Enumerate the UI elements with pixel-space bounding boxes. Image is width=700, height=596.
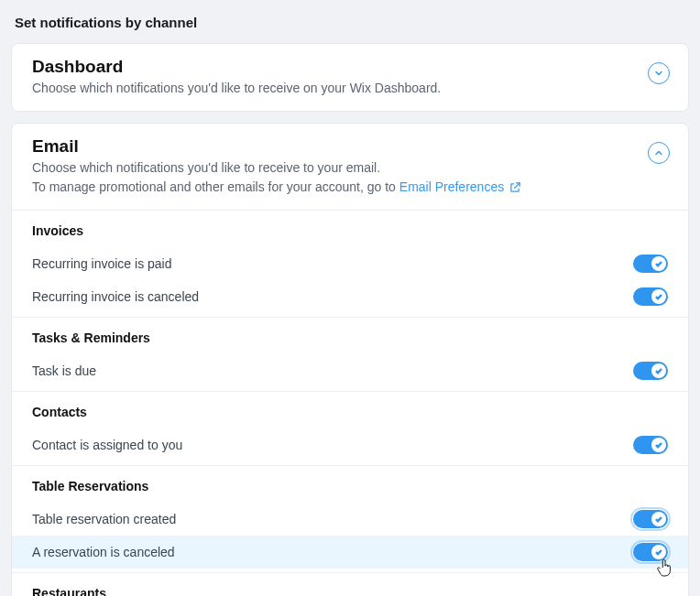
email-title: Email [32,136,648,157]
email-desc-line1: Choose which notifications you'd like to… [32,160,380,175]
check-icon [654,547,663,557]
page-title: Set notifications by channel [15,15,689,30]
toggle-recurring-invoice-paid[interactable] [633,255,668,273]
row-label: A reservation is canceled [32,545,175,559]
row-table-reservation-created: Table reservation created [12,503,688,536]
row-label: Contact is assigned to you [32,438,182,452]
toggle-reservation-canceled[interactable] [633,543,668,561]
section-title-tasks: Tasks & Reminders [32,331,668,345]
external-link-icon [509,181,521,193]
row-task-is-due: Task is due [12,354,688,387]
section-restaurants: Restaurants Manage Restaurants Notificat… [12,573,688,596]
row-label: Recurring invoice is paid [32,256,172,271]
row-label: Recurring invoice is canceled [32,289,199,304]
toggle-recurring-invoice-canceled[interactable] [633,287,668,306]
section-title-contacts: Contacts [32,405,668,419]
dashboard-expand-button[interactable] [648,62,670,84]
chevron-up-icon [654,148,663,157]
check-icon [654,292,663,301]
email-preferences-link[interactable]: Email Preferences [399,179,521,194]
row-recurring-invoice-canceled: Recurring invoice is canceled [12,280,688,313]
toggle-task-is-due[interactable] [633,362,668,380]
email-desc: Choose which notifications you'd like to… [32,158,648,197]
email-settings-body: Invoices Recurring invoice is paid Recur… [12,210,688,596]
row-label: Table reservation created [32,512,176,526]
check-icon [654,366,663,375]
section-invoices: Invoices Recurring invoice is paid Recur… [12,211,688,318]
section-title-table-reservations: Table Reservations [32,479,668,493]
section-title-restaurants: Restaurants [32,586,668,596]
email-card: Email Choose which notifications you'd l… [11,123,689,596]
dashboard-desc: Choose which notifications you'd like to… [32,79,648,98]
chevron-down-icon [654,69,663,78]
row-contact-assigned: Contact is assigned to you [12,428,688,461]
row-label: Task is due [32,363,96,378]
dashboard-card: Dashboard Choose which notifications you… [11,43,689,112]
row-recurring-invoice-paid: Recurring invoice is paid [12,247,688,280]
check-icon [654,259,663,268]
section-table-reservations: Table Reservations Table reservation cre… [12,466,688,573]
toggle-table-reservation-created[interactable] [633,510,668,528]
email-desc-line2-prefix: To manage promotional and other emails f… [32,179,399,194]
check-icon [654,440,663,450]
section-contacts: Contacts Contact is assigned to you [12,392,688,466]
email-collapse-button[interactable] [648,142,670,164]
section-title-invoices: Invoices [32,223,668,238]
row-reservation-canceled: A reservation is canceled [12,536,688,569]
check-icon [654,515,663,524]
section-tasks: Tasks & Reminders Task is due [12,318,688,392]
toggle-contact-assigned[interactable] [633,436,668,454]
dashboard-title: Dashboard [32,57,648,77]
